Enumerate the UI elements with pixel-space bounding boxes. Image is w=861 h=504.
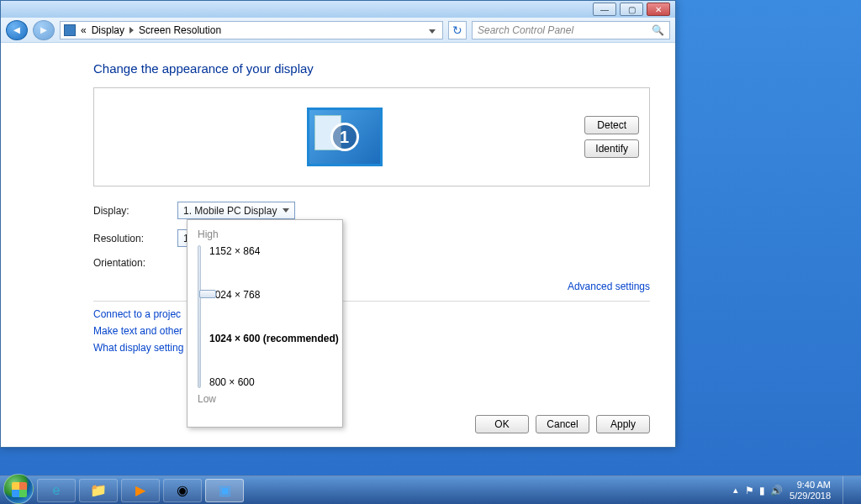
page-title: Change the appearance of your display (93, 61, 650, 76)
address-bar[interactable]: « Display Screen Resolution (60, 21, 443, 39)
clock-time: 9:40 AM (790, 480, 831, 491)
divider (93, 301, 650, 302)
identify-button[interactable]: Identify (584, 139, 639, 158)
resolution-slider-thumb[interactable] (199, 290, 216, 298)
chevron-down-icon (429, 29, 436, 34)
resolution-option[interactable]: 800 × 600 (209, 376, 339, 388)
forward-button[interactable]: ► (33, 20, 55, 40)
control-panel-icon (64, 24, 76, 36)
refresh-icon: ↻ (452, 24, 462, 37)
arrow-right-icon: ► (39, 24, 50, 36)
search-icon: 🔍 (652, 24, 664, 36)
slider-high-label: High (198, 228, 332, 240)
taskbar-control-panel[interactable]: ▣ (205, 479, 244, 502)
show-desktop-button[interactable] (843, 476, 853, 505)
taskbar-explorer[interactable]: 📁 (79, 479, 118, 502)
network-icon[interactable]: ▮ (759, 485, 765, 496)
chevron-down-icon (283, 208, 289, 213)
clock[interactable]: 9:40 AM 5/29/2018 (790, 480, 831, 501)
clock-date: 5/29/2018 (790, 491, 831, 501)
chevron-right-icon[interactable] (129, 27, 134, 34)
resolution-option[interactable]: 1024 × 768 (209, 289, 339, 301)
chrome-icon: ◉ (177, 482, 188, 498)
tray-expand-icon[interactable]: ▴ (733, 485, 738, 496)
apply-button[interactable]: Apply (596, 415, 650, 433)
breadcrumb-screen-resolution[interactable]: Screen Resolution (139, 24, 221, 36)
back-button[interactable]: ◄ (6, 20, 28, 40)
slider-groove (198, 245, 201, 388)
detect-button[interactable]: Detect (584, 116, 639, 134)
taskbar: e 📁 ▶ ◉ ▣ ▴ ⚑ ▮ 🔊 9:40 AM 5/29/2018 (0, 475, 861, 504)
display-icon: ▣ (219, 482, 231, 498)
advanced-settings-link[interactable]: Advanced settings (93, 281, 650, 292)
orientation-label: Orientation: (93, 257, 177, 269)
resolution-option[interactable]: 1152 × 864 (209, 245, 339, 257)
system-tray: ▴ ⚑ ▮ 🔊 9:40 AM 5/29/2018 (733, 476, 858, 505)
folder-icon: 📁 (90, 482, 107, 498)
display-label: Display: (93, 205, 177, 217)
resolution-slider-popup: High 1152 × 8641024 × 7681024 × 600 (rec… (187, 219, 343, 428)
resolution-option[interactable]: 861 × 504 (recommended) (209, 333, 339, 344)
navigation-bar: ◄ ► « Display Screen Resolution ↻ Search… (1, 18, 675, 43)
ie-icon: e (53, 483, 61, 498)
monitor-thumbnail[interactable]: 1 (307, 108, 383, 166)
refresh-button[interactable]: ↻ (448, 21, 467, 39)
start-button[interactable] (3, 474, 34, 504)
display-value: 1. Mobile PC Display (183, 205, 277, 217)
search-placeholder: Search Control Panel (478, 24, 573, 36)
volume-icon[interactable]: 🔊 (770, 485, 783, 496)
slider-low-label: Low (198, 393, 332, 405)
minimize-button[interactable]: — (593, 3, 616, 16)
connect-projector-link[interactable]: Connect to a projec (93, 308, 650, 320)
cancel-button[interactable]: Cancel (536, 415, 589, 433)
ok-button[interactable]: OK (475, 415, 529, 433)
resolution-slider-track[interactable] (198, 245, 201, 388)
address-dropdown[interactable] (425, 24, 439, 36)
breadcrumb-display[interactable]: Display (92, 24, 124, 36)
taskbar-media-player[interactable]: ▶ (121, 479, 160, 502)
search-input[interactable]: Search Control Panel 🔍 (472, 21, 670, 39)
resolution-options: 1152 × 8641024 × 7681024 × 600 (recommen… (201, 245, 339, 388)
taskbar-chrome[interactable]: ◉ (163, 479, 202, 502)
flag-icon[interactable]: ⚑ (745, 485, 754, 496)
display-preview-area: 1 Detect Identify (93, 87, 650, 186)
titlebar: — ▢ ✕ (1, 1, 675, 18)
display-dropdown[interactable]: 1. Mobile PC Display (177, 202, 295, 219)
resolution-label: Resolution: (93, 233, 177, 244)
arrow-left-icon: ◄ (12, 24, 23, 36)
display-settings-help-link[interactable]: What display setting (93, 342, 650, 354)
text-size-link[interactable]: Make text and other (93, 325, 650, 337)
breadcrumb-prefix: « (81, 24, 87, 36)
wmp-icon: ▶ (135, 482, 145, 498)
maximize-button[interactable]: ▢ (620, 3, 643, 16)
taskbar-ie[interactable]: e (37, 479, 76, 502)
close-button[interactable]: ✕ (647, 3, 670, 16)
monitor-number: 1 (330, 123, 359, 151)
